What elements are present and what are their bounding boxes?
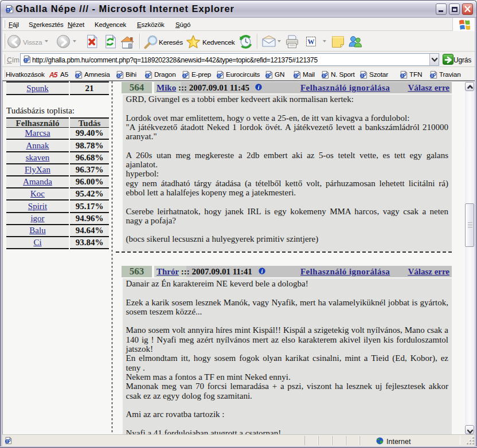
svg-text:i: i (258, 84, 260, 91)
svg-text:W: W (308, 38, 315, 46)
svg-text:i: i (261, 268, 263, 274)
